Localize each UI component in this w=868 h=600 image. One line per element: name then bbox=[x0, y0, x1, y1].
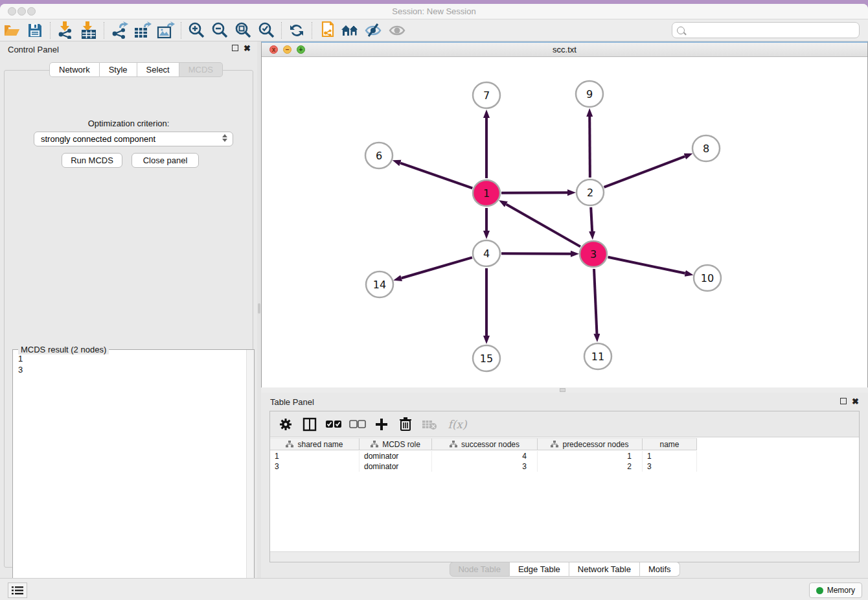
column-header-shared-name[interactable]: shared name bbox=[270, 438, 360, 450]
table-row[interactable]: 1 dominator 4 1 1 bbox=[270, 451, 697, 461]
network-graph[interactable]: 7968124314101511 bbox=[262, 58, 867, 387]
cell-predecessor-nodes[interactable]: 2 bbox=[538, 461, 643, 472]
graph-edge-4-14[interactable] bbox=[402, 257, 472, 278]
graph-node-8[interactable]: 8 bbox=[692, 135, 720, 161]
column-header-predecessor-nodes[interactable]: predecessor nodes bbox=[538, 438, 643, 450]
graph-node-label: 8 bbox=[703, 143, 709, 155]
network-window-titlebar[interactable]: x – + scc.txt bbox=[262, 43, 867, 57]
cell-mcds-role[interactable]: dominator bbox=[360, 461, 432, 472]
optimization-criterion-select[interactable]: strongly connected component bbox=[34, 132, 233, 146]
graph-edge-3-11[interactable] bbox=[594, 269, 597, 334]
control-panel-float-button[interactable] bbox=[232, 45, 238, 51]
zoom-in-button[interactable] bbox=[185, 21, 208, 40]
tab-style[interactable]: Style bbox=[100, 62, 137, 77]
memory-button[interactable]: Memory bbox=[809, 583, 862, 598]
zoom-out-icon bbox=[211, 21, 229, 39]
splitter-handle[interactable] bbox=[258, 303, 260, 314]
zoom-fit-button[interactable] bbox=[231, 21, 255, 40]
tab-network-table[interactable]: Network Table bbox=[569, 562, 640, 577]
zoom-selected-icon bbox=[258, 21, 275, 39]
table-settings-button[interactable] bbox=[277, 415, 295, 433]
search-field[interactable] bbox=[672, 22, 860, 38]
import-table-button[interactable] bbox=[77, 21, 100, 40]
cell-mcds-role[interactable]: dominator bbox=[360, 451, 432, 461]
graph-node-2[interactable]: 2 bbox=[577, 179, 604, 205]
clone-network-icon bbox=[319, 21, 336, 40]
tab-node-table[interactable]: Node Table bbox=[449, 562, 510, 577]
graph-edge-2-8[interactable] bbox=[604, 156, 685, 187]
delete-table-button[interactable] bbox=[420, 415, 439, 433]
hide-selected-button[interactable] bbox=[362, 21, 385, 40]
cell-successor-nodes[interactable]: 3 bbox=[432, 461, 538, 472]
zoom-selected-button[interactable] bbox=[255, 21, 278, 40]
close-panel-button[interactable]: Close panel bbox=[131, 153, 199, 168]
cell-name[interactable]: 1 bbox=[643, 451, 697, 461]
mcds-result-text: 1 3 bbox=[13, 350, 246, 594]
network-canvas[interactable]: 7968124314101511 bbox=[262, 58, 867, 387]
delete-column-button[interactable] bbox=[396, 415, 415, 433]
tab-motifs[interactable]: Motifs bbox=[640, 562, 680, 577]
network-splitter-grip[interactable] bbox=[560, 388, 565, 392]
function-builder-button[interactable]: f(x) bbox=[444, 415, 470, 433]
graph-node-label: 9 bbox=[586, 88, 593, 100]
graph-node-9[interactable]: 9 bbox=[576, 81, 603, 107]
column-header-name[interactable]: name bbox=[643, 438, 697, 450]
graph-node-14[interactable]: 14 bbox=[366, 271, 393, 297]
table-panel-float-button[interactable] bbox=[840, 398, 847, 404]
create-column-button[interactable] bbox=[372, 415, 391, 433]
graph-node-7[interactable]: 7 bbox=[473, 82, 500, 108]
import-network-button[interactable] bbox=[54, 21, 77, 40]
first-neighbors-button[interactable] bbox=[339, 21, 362, 40]
search-input[interactable] bbox=[688, 26, 859, 35]
table-panel-close-button[interactable]: ✖ bbox=[852, 398, 859, 405]
column-header-successor-nodes[interactable]: successor nodes bbox=[432, 438, 538, 450]
tab-mcds[interactable]: MCDS bbox=[179, 62, 223, 77]
tab-network[interactable]: Network bbox=[49, 62, 100, 77]
mcds-result-scrollbar[interactable] bbox=[246, 350, 254, 594]
graph-edge-3-1[interactable] bbox=[506, 204, 580, 246]
save-session-button[interactable] bbox=[23, 21, 47, 40]
cell-predecessor-nodes[interactable]: 1 bbox=[538, 451, 643, 461]
graph-node-15[interactable]: 15 bbox=[473, 345, 500, 371]
control-panel-close-button[interactable]: ✖ bbox=[244, 45, 251, 52]
graph-edge-3-10[interactable] bbox=[608, 257, 685, 273]
control-panel-header: Control Panel ✖ bbox=[0, 41, 257, 57]
unselect-all-columns-button[interactable] bbox=[348, 415, 367, 433]
refresh-icon bbox=[288, 22, 305, 39]
clone-network-button[interactable] bbox=[315, 21, 339, 40]
cell-successor-nodes[interactable]: 4 bbox=[432, 451, 538, 461]
export-image-button[interactable] bbox=[154, 21, 177, 40]
export-network-button[interactable] bbox=[108, 21, 131, 40]
graph-edge-2-9[interactable] bbox=[589, 117, 590, 178]
window-title: Session: New Session bbox=[0, 6, 868, 16]
graph-node-1[interactable]: 1 bbox=[473, 180, 500, 206]
graph-node-11[interactable]: 11 bbox=[584, 343, 611, 369]
show-all-button[interactable] bbox=[385, 21, 409, 40]
graph-edge-1-6[interactable] bbox=[400, 163, 472, 189]
export-table-icon bbox=[133, 21, 152, 39]
cell-shared-name[interactable]: 1 bbox=[270, 451, 360, 461]
cell-shared-name[interactable]: 3 bbox=[270, 461, 360, 472]
table-horizontal-scrollbar[interactable] bbox=[270, 551, 859, 562]
graph-node-4[interactable]: 4 bbox=[473, 240, 500, 266]
graph-edge-4-3[interactable] bbox=[501, 253, 571, 254]
graph-node-3[interactable]: 3 bbox=[580, 241, 607, 267]
show-columns-button[interactable] bbox=[301, 415, 319, 433]
open-file-button[interactable] bbox=[0, 21, 23, 40]
table-row[interactable]: 3 dominator 3 2 3 bbox=[270, 461, 697, 472]
zoom-out-button[interactable] bbox=[208, 21, 231, 40]
column-header-mcds-role[interactable]: MCDS role bbox=[360, 438, 432, 450]
show-log-button[interactable] bbox=[8, 583, 27, 598]
tab-select[interactable]: Select bbox=[137, 62, 179, 77]
tab-edge-table[interactable]: Edge Table bbox=[510, 562, 569, 577]
control-panel-tabs: Network Style Select MCDS bbox=[49, 62, 223, 77]
graph-edge-1-2[interactable] bbox=[501, 192, 567, 193]
cell-name[interactable]: 3 bbox=[643, 461, 697, 472]
select-all-columns-button[interactable] bbox=[325, 415, 343, 433]
graph-node-10[interactable]: 10 bbox=[694, 265, 721, 291]
graph-node-6[interactable]: 6 bbox=[365, 143, 393, 168]
graph-edge-2-3[interactable] bbox=[591, 207, 592, 231]
apply-layout-button[interactable] bbox=[285, 21, 308, 40]
export-table-button[interactable] bbox=[131, 21, 154, 40]
run-mcds-button[interactable]: Run MCDS bbox=[62, 153, 122, 168]
